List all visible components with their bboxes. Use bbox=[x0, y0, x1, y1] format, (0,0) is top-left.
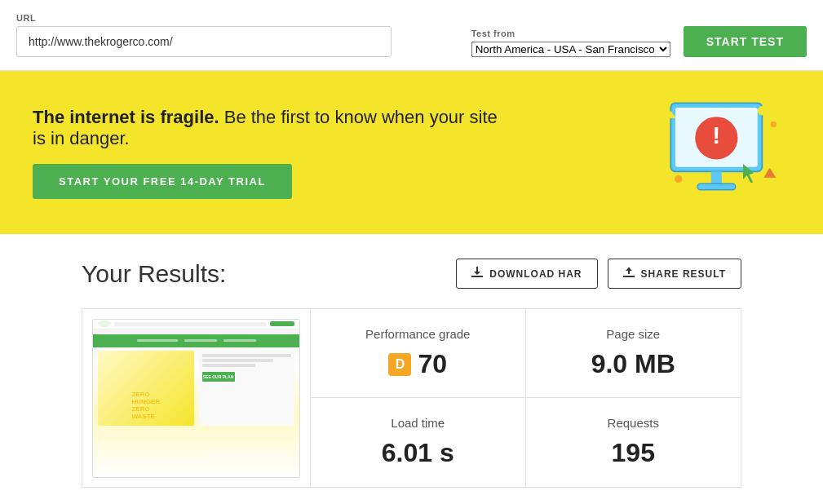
svg-marker-14 bbox=[474, 272, 480, 275]
svg-marker-17 bbox=[626, 267, 632, 271]
page-size-cell: Page size 9.0 MB bbox=[526, 309, 741, 398]
requests-label: Requests bbox=[542, 416, 725, 430]
banner-message: The internet is fragile. Be the first to… bbox=[33, 107, 506, 149]
svg-text:!: ! bbox=[712, 122, 720, 148]
results-grid: ZERO HUNGER ZERO WASTE SEE OUR PLAN bbox=[82, 308, 741, 488]
monitor-illustration: ! bbox=[627, 95, 790, 210]
banner-bold-text: The internet is fragile. bbox=[33, 107, 219, 127]
grade-number: 70 bbox=[418, 349, 447, 379]
svg-point-8 bbox=[771, 122, 777, 127]
load-time-value: 6.01 s bbox=[327, 438, 509, 468]
banner-text-area: The internet is fragile. Be the first to… bbox=[33, 107, 627, 199]
performance-grade-cell: Performance grade D 70 bbox=[311, 309, 526, 398]
screenshot-cell: ZERO HUNGER ZERO WASTE SEE OUR PLAN bbox=[82, 309, 311, 487]
download-har-button[interactable]: DOWNLOAD HAR bbox=[456, 259, 597, 289]
url-field-group: URL bbox=[16, 13, 458, 57]
test-from-select[interactable]: North America - USA - San Francisco Nort… bbox=[471, 42, 670, 57]
screenshot-inner: ZERO HUNGER ZERO WASTE SEE OUR PLAN bbox=[93, 320, 299, 477]
grade-badge: D bbox=[388, 353, 411, 376]
svg-point-7 bbox=[758, 106, 767, 115]
svg-rect-15 bbox=[623, 276, 635, 277]
test-from-label: Test from bbox=[471, 29, 670, 38]
top-bar: URL Test from North America - USA - San … bbox=[0, 0, 823, 71]
url-input[interactable] bbox=[16, 26, 392, 57]
svg-rect-3 bbox=[697, 183, 736, 189]
load-time-label: Load time bbox=[327, 416, 509, 430]
requests-cell: Requests 195 bbox=[526, 398, 741, 487]
promo-banner: The internet is fragile. Be the first to… bbox=[0, 71, 823, 234]
requests-value: 195 bbox=[542, 438, 725, 468]
performance-grade-label: Performance grade bbox=[327, 327, 509, 341]
page-size-label: Page size bbox=[542, 327, 725, 341]
load-time-cell: Load time 6.01 s bbox=[311, 398, 526, 487]
monitor-svg-icon: ! bbox=[627, 95, 790, 210]
share-icon bbox=[623, 267, 635, 281]
url-label: URL bbox=[16, 13, 458, 23]
start-test-button[interactable]: START TEST bbox=[684, 26, 807, 57]
svg-point-10 bbox=[675, 175, 682, 183]
performance-grade-value: D 70 bbox=[327, 349, 509, 379]
download-har-label: DOWNLOAD HAR bbox=[489, 268, 582, 280]
page-size-value: 9.0 MB bbox=[542, 349, 725, 379]
download-icon bbox=[471, 267, 483, 281]
trial-button[interactable]: START YOUR FREE 14-DAY TRIAL bbox=[33, 164, 292, 199]
svg-marker-11 bbox=[763, 168, 776, 178]
share-result-label: SHARE RESULT bbox=[641, 268, 726, 280]
results-header: Your Results: DOWNLOAD HAR bbox=[82, 259, 741, 289]
results-title: Your Results: bbox=[82, 260, 226, 288]
results-actions: DOWNLOAD HAR SHARE RESULT bbox=[456, 259, 741, 289]
website-screenshot: ZERO HUNGER ZERO WASTE SEE OUR PLAN bbox=[92, 319, 300, 478]
share-result-button[interactable]: SHARE RESULT bbox=[608, 259, 741, 289]
test-from-field-group: Test from North America - USA - San Fran… bbox=[471, 29, 670, 57]
svg-rect-12 bbox=[471, 276, 483, 277]
results-section: Your Results: DOWNLOAD HAR bbox=[0, 234, 823, 504]
